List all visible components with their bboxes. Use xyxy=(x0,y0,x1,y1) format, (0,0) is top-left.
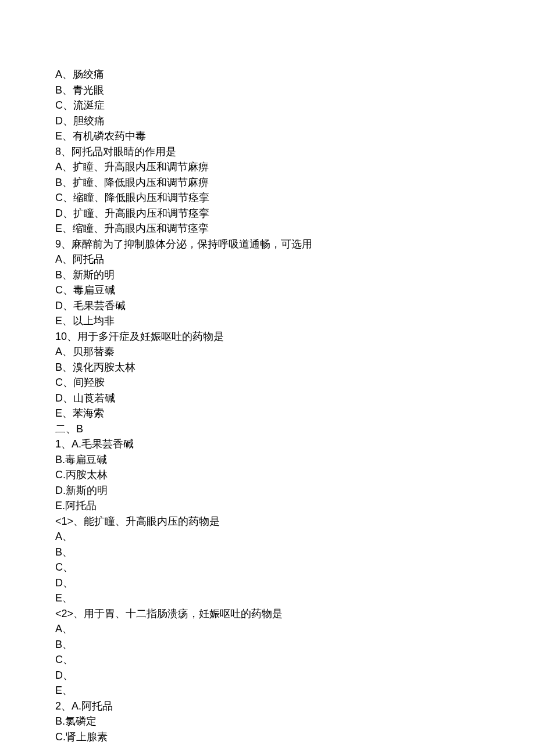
line-prefix: B、 xyxy=(55,84,73,96)
text-line: B、扩瞳、降低眼内压和调节麻痹 xyxy=(55,175,535,191)
text-line: 9、麻醉前为了抑制腺体分泌，保持呼吸道通畅，可选用 xyxy=(55,237,535,252)
line-prefix: C、 xyxy=(55,99,73,111)
line-prefix: C、 xyxy=(55,377,73,388)
text-line: E、苯海索 xyxy=(55,406,535,421)
line-prefix: B、 xyxy=(55,639,73,650)
text-line: C、流涎症 xyxy=(55,98,535,113)
line-text: 缩瞳、降低眼内压和调节痉挛 xyxy=(73,192,209,203)
text-line: C、缩瞳、降低眼内压和调节痉挛 xyxy=(55,190,535,206)
text-line: A、扩瞳、升高眼内压和调节麻痹 xyxy=(55,159,535,175)
text-line: A、阿托品 xyxy=(55,252,535,267)
line-prefix: B、 xyxy=(55,361,73,373)
line-prefix: D、 xyxy=(55,577,73,589)
line-text: 以上均非 xyxy=(73,315,115,327)
line-text: 苯海索 xyxy=(73,407,104,419)
line-prefix: 1、A. xyxy=(55,438,81,450)
line-text: 扩瞳、降低眼内压和调节麻痹 xyxy=(73,177,209,188)
line-prefix: E、 xyxy=(55,592,73,604)
line-prefix: D、 xyxy=(55,207,73,219)
line-prefix: <1>、 xyxy=(55,515,84,527)
text-line: C.丙胺太林 xyxy=(55,467,535,483)
text-line: B.氯磷定 xyxy=(55,714,535,729)
line-text: 胆绞痛 xyxy=(73,115,105,127)
line-text: 能扩瞳、升高眼内压的药物是 xyxy=(84,515,220,527)
line-text: 毒扁豆碱 xyxy=(73,284,115,296)
line-text: 流涎症 xyxy=(73,99,105,111)
line-text: 溴化丙胺太林 xyxy=(73,361,135,373)
line-prefix: D、 xyxy=(55,115,73,127)
text-line: A、 xyxy=(55,621,535,637)
text-line: C、毒扁豆碱 xyxy=(55,282,535,298)
line-text: 新斯的明 xyxy=(73,269,115,281)
text-line: B、 xyxy=(55,544,535,560)
text-line: 二、B xyxy=(55,421,535,437)
text-line: C.肾上腺素 xyxy=(55,729,535,745)
document-content: A、肠绞痛B、青光眼C、流涎症D、胆绞痛E、有机磷农药中毒8、阿托品对眼睛的作用… xyxy=(55,67,535,744)
line-text: 肾上腺素 xyxy=(66,731,108,743)
line-prefix: C. xyxy=(55,731,66,743)
text-line: C、间羟胺 xyxy=(55,375,535,390)
line-prefix: A、 xyxy=(55,623,73,635)
line-text: 阿托品 xyxy=(65,500,97,511)
line-prefix: D、 xyxy=(55,392,73,404)
line-prefix: E、 xyxy=(55,685,73,696)
text-line: <2>、用于胃、十二指肠溃疡，妊娠呕吐的药物是 xyxy=(55,606,535,622)
text-line: A、肠绞痛 xyxy=(55,67,535,83)
line-text: 青光眼 xyxy=(73,84,104,96)
line-prefix: 二、 xyxy=(55,423,76,435)
line-prefix: 10、 xyxy=(55,331,77,342)
text-line: D、 xyxy=(55,575,535,591)
line-prefix: D. xyxy=(55,485,66,496)
text-line: C、 xyxy=(55,652,535,668)
text-line: 1、A.毛果芸香碱 xyxy=(55,436,535,452)
line-text: 缩瞳、升高眼内压和调节痉挛 xyxy=(73,223,209,234)
text-line: 10、用于多汗症及妊娠呕吐的药物是 xyxy=(55,329,535,345)
line-text: 氯磷定 xyxy=(65,715,97,727)
line-prefix: A、 xyxy=(55,161,73,173)
text-line: D、 xyxy=(55,668,535,683)
text-line: <1>、能扩瞳、升高眼内压的药物是 xyxy=(55,514,535,529)
text-line: E、以上均非 xyxy=(55,313,535,329)
line-text: 麻醉前为了抑制腺体分泌，保持呼吸道通畅，可选用 xyxy=(72,238,312,250)
line-text: 有机磷农药中毒 xyxy=(73,130,146,142)
text-line: E.阿托品 xyxy=(55,498,535,514)
text-line: D、山莨若碱 xyxy=(55,390,535,406)
line-text: 间羟胺 xyxy=(73,377,105,388)
line-text: 扩瞳、升高眼内压和调节麻痹 xyxy=(73,161,209,173)
line-prefix: B、 xyxy=(55,177,73,188)
line-prefix: 2、A. xyxy=(55,700,81,712)
line-prefix: E、 xyxy=(55,315,73,327)
line-text: 新斯的明 xyxy=(66,485,108,496)
text-line: D、扩瞳、升高眼内压和调节痉挛 xyxy=(55,206,535,221)
text-line: D、毛果芸香碱 xyxy=(55,298,535,314)
line-prefix: C、 xyxy=(55,192,73,203)
text-line: 2、A.阿托品 xyxy=(55,698,535,714)
line-prefix: A、 xyxy=(55,346,73,357)
line-prefix: A、 xyxy=(55,531,73,542)
line-text: 毛果芸香碱 xyxy=(81,438,134,450)
line-prefix: E、 xyxy=(55,407,73,419)
line-text: 阿托品 xyxy=(73,253,104,265)
text-line: A、 xyxy=(55,529,535,544)
line-prefix: E. xyxy=(55,500,65,511)
line-text: 用于胃、十二指肠溃疡，妊娠呕吐的药物是 xyxy=(84,608,283,619)
text-line: E、 xyxy=(55,683,535,698)
line-text: 扩瞳、升高眼内压和调节痉挛 xyxy=(73,207,209,219)
text-line: C、 xyxy=(55,560,535,575)
text-line: E、 xyxy=(55,590,535,606)
line-text: 山莨若碱 xyxy=(73,392,115,404)
text-line: B、 xyxy=(55,637,535,653)
text-line: E、缩瞳、升高眼内压和调节痉挛 xyxy=(55,221,535,237)
line-prefix: D、 xyxy=(55,669,73,681)
line-prefix: A、 xyxy=(55,69,73,80)
text-line: D.新斯的明 xyxy=(55,483,535,499)
line-text: 阿托品对眼睛的作用是 xyxy=(72,146,176,157)
line-text: 毒扁豆碱 xyxy=(65,454,107,465)
line-text: 毛果芸香碱 xyxy=(73,300,126,311)
text-line: A、贝那替秦 xyxy=(55,344,535,360)
line-prefix: E、 xyxy=(55,130,73,142)
text-line: 8、阿托品对眼睛的作用是 xyxy=(55,144,535,160)
line-text: 丙胺太林 xyxy=(66,469,108,481)
line-prefix: <2>、 xyxy=(55,608,84,619)
line-prefix: D、 xyxy=(55,300,73,311)
